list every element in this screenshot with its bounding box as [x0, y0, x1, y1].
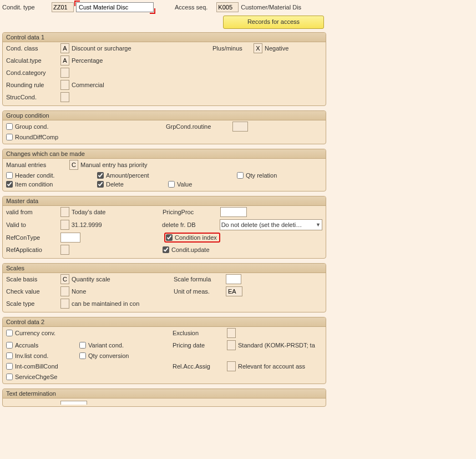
scale-type-code[interactable]: [60, 299, 69, 309]
relacc-code[interactable]: [227, 361, 236, 371]
unit-label: Unit of meas.: [174, 288, 224, 295]
scale-formula-label: Scale formula: [174, 276, 224, 283]
intcom-checkbox[interactable]: [6, 363, 13, 370]
cond-class-desc: Discount or surcharge: [72, 45, 210, 52]
group-cond-checkbox[interactable]: [6, 123, 13, 130]
scale-type-label: Scale type: [6, 300, 58, 307]
qty-conv-checkbox[interactable]: [79, 352, 86, 359]
access-seq-desc: Customer/Material Dis: [241, 4, 301, 11]
panel-title: Changes which can be made: [3, 149, 326, 159]
valid-from-label: valid from: [6, 209, 58, 215]
struccond-label: StrucCond.: [6, 94, 58, 100]
variant-cond-checkbox[interactable]: [79, 342, 86, 349]
condition-index-checkbox[interactable]: [166, 234, 173, 241]
condition-index-highlight: Condition index: [164, 233, 220, 243]
refcontype-input[interactable]: [60, 233, 80, 243]
panel-scales: Scales Scale basis Quantity scale Scale …: [2, 263, 326, 312]
delete-db-label: delete fr. DB: [162, 221, 217, 228]
refcontype-label: RefConType: [6, 234, 58, 241]
scale-formula-input[interactable]: [226, 274, 241, 284]
exclusion-input[interactable]: [227, 328, 236, 338]
manual-entries-desc: Manual entry has priority: [80, 162, 147, 168]
cond-category-code[interactable]: [60, 68, 69, 78]
intcom-label: Int-comBillCond: [15, 363, 58, 370]
rounding-desc: Commercial: [72, 82, 104, 88]
pricing-proc-label: PricingProc: [163, 209, 218, 215]
exclusion-label: Exclusion: [173, 330, 225, 336]
variant-cond-label: Variant cond.: [88, 342, 124, 349]
refapp-label: RefApplicatio: [6, 246, 58, 253]
qty-conv-label: Qty conversion: [88, 352, 129, 359]
grpcond-routine-label: GrpCond.routine: [166, 123, 230, 130]
servicechg-checkbox[interactable]: [6, 374, 13, 380]
condit-type-desc-wrap: [76, 2, 154, 12]
plus-minus-code[interactable]: [254, 43, 262, 53]
valid-to-desc: 31.12.9999: [72, 221, 160, 228]
header-condit-checkbox[interactable]: [6, 172, 13, 179]
panel-title: Group condition: [3, 111, 326, 120]
chevron-down-icon: ▼: [316, 222, 321, 228]
check-value-label: Check value: [6, 288, 58, 295]
pricing-date-desc: Standard (KOMK-PRSDT; ta: [238, 342, 315, 349]
pricing-date-code[interactable]: [227, 340, 236, 350]
rounddiff-checkbox[interactable]: [6, 134, 13, 140]
panel-title: Control data 2: [3, 317, 326, 327]
amount-percent-checkbox[interactable]: [97, 172, 104, 179]
scale-basis-code[interactable]: [60, 274, 69, 284]
calc-type-code[interactable]: [60, 56, 69, 65]
relacc-desc: Relevant for account ass: [238, 363, 305, 370]
textdet-input-1[interactable]: [60, 401, 87, 405]
condit-type-code[interactable]: [52, 2, 74, 12]
rounddiff-label: RoundDiffComp: [15, 134, 58, 140]
condit-update-label: Condit.update: [171, 246, 210, 253]
calc-type-label: Calculat.type: [6, 57, 58, 64]
scale-basis-desc: Quantity scale: [72, 276, 171, 283]
rounding-label: Rounding rule: [6, 82, 58, 88]
cond-class-label: Cond. class: [6, 45, 58, 52]
manual-entries-code[interactable]: [69, 160, 78, 170]
delete-checkbox[interactable]: [97, 181, 104, 188]
condit-type-label: Condit. type: [2, 4, 49, 11]
panel-title: Scales: [3, 264, 326, 273]
panel-title: Control data 1: [3, 33, 326, 42]
delete-db-select[interactable]: Do not delete (set the deleti… ▼: [220, 219, 322, 230]
value-checkbox[interactable]: [168, 181, 175, 188]
qty-relation-label: Qty relation: [246, 172, 277, 179]
grpcond-routine-input[interactable]: [232, 122, 248, 132]
currency-conv-label: Currency conv.: [15, 330, 55, 336]
accruals-label: Accruals: [15, 342, 38, 349]
valid-to-code[interactable]: [60, 220, 69, 230]
refapp-input[interactable]: [60, 245, 69, 255]
pricing-date-label: Pricing date: [173, 342, 225, 349]
servicechg-label: ServiceChgeSe: [15, 374, 57, 380]
scale-basis-label: Scale basis: [6, 276, 58, 283]
rounding-code[interactable]: [60, 80, 69, 90]
unit-code[interactable]: [226, 286, 242, 296]
item-condition-checkbox[interactable]: [6, 181, 13, 188]
condit-update-checkbox[interactable]: [163, 246, 169, 253]
invlist-checkbox[interactable]: [6, 352, 13, 359]
cond-class-code[interactable]: [60, 43, 69, 53]
panel-control-data-2: Control data 2 Currency conv. Exclusion …: [2, 317, 326, 384]
records-for-access-button[interactable]: Records for access: [223, 16, 324, 29]
plus-minus-label: Plus/minus: [212, 45, 251, 52]
cond-category-label: Cond.category: [6, 69, 58, 76]
condition-index-label: Condition index: [175, 234, 217, 241]
qty-relation-checkbox[interactable]: [237, 172, 244, 179]
access-seq-label: Access seq.: [175, 4, 207, 11]
check-value-code[interactable]: [60, 286, 69, 296]
access-seq-code[interactable]: [216, 2, 239, 12]
accruals-checkbox[interactable]: [6, 342, 13, 349]
calc-type-desc: Percentage: [72, 57, 103, 64]
condit-type-desc[interactable]: [76, 2, 154, 12]
relacc-label: Rel.Acc.Assig: [173, 363, 225, 370]
valid-from-code[interactable]: [60, 207, 69, 217]
manual-entries-label: Manual entries: [6, 162, 67, 168]
panel-changes: Changes which can be made Manual entries…: [2, 149, 326, 191]
item-condition-label: Item condition: [15, 181, 53, 188]
plus-minus-desc: Negative: [265, 45, 288, 52]
valid-from-desc: Today's date: [72, 209, 160, 215]
struccond-code[interactable]: [60, 92, 69, 102]
currency-conv-checkbox[interactable]: [6, 330, 13, 336]
pricing-proc-input[interactable]: [220, 207, 247, 217]
